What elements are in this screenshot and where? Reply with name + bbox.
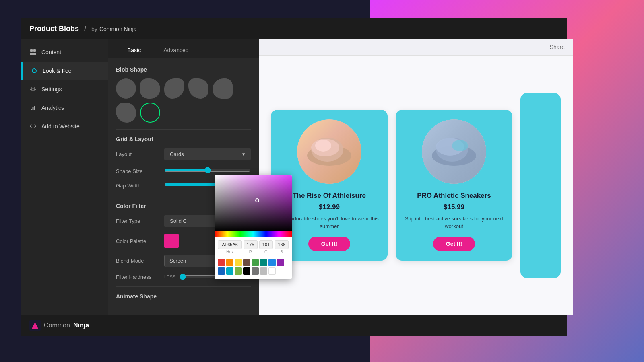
product-title-1: The Rise Of Athleisure <box>293 192 366 200</box>
product-image-2 <box>422 119 486 184</box>
get-it-button-1[interactable]: Get It! <box>308 237 350 251</box>
sidebar-item-add-to-website[interactable]: Add to Website <box>21 117 108 136</box>
animate-shape-title: Animate Shape <box>116 293 251 300</box>
layout-row: Layout Cards ▾ <box>116 148 251 160</box>
sidebar-item-look-feel[interactable]: Look & Feel <box>21 62 108 80</box>
swatch-dark-blue[interactable] <box>218 267 225 275</box>
share-button[interactable]: Share <box>550 44 565 50</box>
product-desc-1: The adorable shoes you'll love to wear t… <box>279 215 380 230</box>
swatch-purple[interactable] <box>277 259 284 266</box>
footer-brand-name: Ninja <box>73 322 89 329</box>
sidebar-settings-label: Settings <box>41 86 62 93</box>
divider-3 <box>116 286 251 287</box>
shape-size-label: Shape Size <box>116 168 164 174</box>
blob-shape-5[interactable] <box>213 78 233 99</box>
product-img-placeholder-1 <box>297 119 361 184</box>
sidebar-content-label: Content <box>41 49 61 56</box>
color-inputs: Hex R G B <box>215 237 292 257</box>
preview-area: Share <box>259 39 573 315</box>
swatch-orange[interactable] <box>226 259 233 266</box>
color-palette-label: Color Palette <box>116 238 164 244</box>
hex-label: Hex <box>226 250 233 254</box>
r-input[interactable] <box>244 240 258 249</box>
blob-shape-1[interactable] <box>116 78 136 99</box>
swatch-green[interactable] <box>252 259 259 266</box>
sidebar-item-settings[interactable]: Settings <box>21 80 108 99</box>
gap-width-label: Gap Width <box>116 183 164 189</box>
swatch-row-2 <box>218 267 289 275</box>
preview-header: Share <box>259 39 573 56</box>
g-input-group: G <box>259 240 273 254</box>
filter-hardness-label: Filter Hardness <box>116 274 164 280</box>
swatch-cyan[interactable] <box>226 267 233 275</box>
product-desc-2: Slip into best active sneakers for your … <box>404 215 504 230</box>
svg-point-4 <box>32 69 36 73</box>
swatch-black[interactable] <box>243 267 250 275</box>
b-label: B <box>280 250 283 254</box>
blob-shape-6[interactable] <box>116 103 136 123</box>
tab-advanced[interactable]: Advanced <box>152 43 200 58</box>
app-title: Product Blobs / by Common Ninja <box>29 25 136 33</box>
product-price-2: $15.99 <box>444 203 464 211</box>
svg-point-13 <box>315 140 331 152</box>
chevron-down-icon: ▾ <box>242 151 245 157</box>
svg-rect-3 <box>33 53 36 55</box>
color-picker-popup[interactable]: Hex R G B <box>215 175 292 279</box>
hex-input[interactable] <box>218 240 242 249</box>
r-label: R <box>249 250 252 254</box>
swatch-teal[interactable] <box>260 259 267 266</box>
swatch-white[interactable] <box>268 267 276 275</box>
product-card-2: PRO Athletic Sneakers $15.99 Slip into b… <box>396 110 512 260</box>
blob-shape-3[interactable] <box>164 78 184 99</box>
swatch-gray[interactable] <box>252 267 259 275</box>
g-label: G <box>264 250 268 254</box>
blend-mode-label: Blend Mode <box>116 258 164 264</box>
preview-content: The Rise Of Athleisure $12.99 The adorab… <box>259 56 573 315</box>
blob-shape-outline[interactable] <box>140 103 160 123</box>
chart-icon <box>29 104 37 111</box>
svg-rect-2 <box>30 53 33 55</box>
swatch-light-gray[interactable] <box>260 267 267 275</box>
swatch-light-green[interactable] <box>235 267 242 275</box>
hue-slider[interactable] <box>215 231 292 237</box>
tab-basic[interactable]: Basic <box>116 43 152 58</box>
layout-dropdown[interactable]: Cards ▾ <box>164 148 251 160</box>
shoe-svg-1 <box>297 119 361 184</box>
svg-point-6 <box>32 88 34 90</box>
b-input[interactable] <box>275 240 289 249</box>
color-gradient-picker[interactable] <box>215 175 292 231</box>
color-swatch[interactable] <box>164 234 179 248</box>
sidebar-item-content[interactable]: Content <box>21 43 108 62</box>
g-input[interactable] <box>259 240 273 249</box>
svg-point-17 <box>452 140 468 151</box>
product-title-2: PRO Athletic Sneakers <box>417 192 491 200</box>
swatch-blue[interactable] <box>268 259 276 266</box>
swatch-brown[interactable] <box>243 259 250 266</box>
r-input-group: R <box>244 240 258 254</box>
layout-control: Cards ▾ <box>164 148 251 160</box>
app-title-text: Product Blobs <box>29 25 79 33</box>
product-img-placeholder-2 <box>422 119 486 184</box>
product-card-partial <box>520 93 561 278</box>
hardness-less-label: LESS <box>164 274 175 279</box>
swatch-yellow[interactable] <box>235 259 242 266</box>
product-image-1 <box>297 119 361 184</box>
get-it-button-2[interactable]: Get It! <box>433 237 475 251</box>
swatch-red[interactable] <box>218 259 225 266</box>
sidebar-item-analytics[interactable]: Analytics <box>21 99 108 117</box>
grid-layout-title: Grid & Layout <box>116 136 251 142</box>
blob-shape-4[interactable] <box>188 78 208 99</box>
svg-marker-18 <box>32 322 38 329</box>
blob-shape-2[interactable] <box>140 78 160 99</box>
product-price-1: $12.99 <box>319 203 340 211</box>
svg-rect-9 <box>34 106 35 110</box>
blob-shape-title: Blob Shape <box>116 66 251 73</box>
shape-size-row: Shape Size <box>116 167 251 175</box>
brush-icon <box>31 67 38 74</box>
gear-icon <box>29 86 37 93</box>
shape-size-slider[interactable] <box>164 167 251 173</box>
sidebar: Content Look & Feel Sett <box>21 39 108 315</box>
shape-size-control <box>164 167 251 175</box>
footer-brand: CommonNinja <box>29 320 89 331</box>
color-swatches <box>215 257 292 279</box>
